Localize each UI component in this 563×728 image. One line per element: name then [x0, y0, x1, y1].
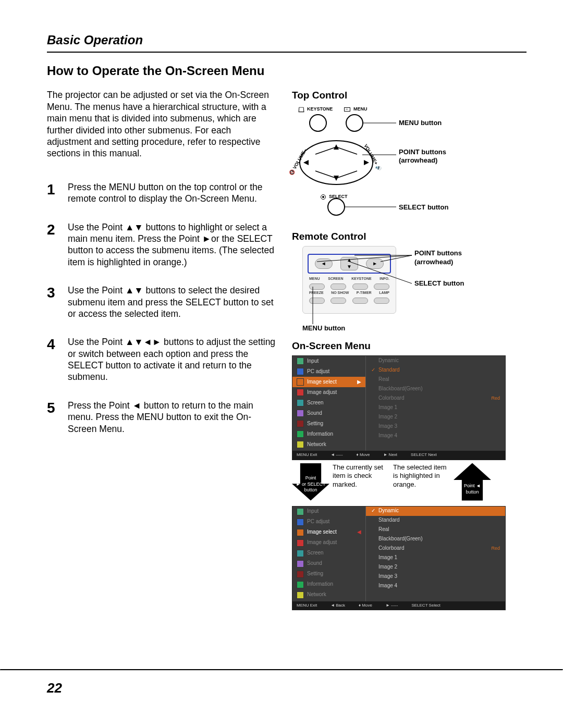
osm-right-item: Image 3 [366, 422, 505, 431]
osm-first: Input PC adjust Image select▶ Image adju… [292, 355, 506, 460]
remote-row-item: NO SHOW [331, 291, 349, 295]
screen-icon [297, 399, 304, 406]
osm-item-input: Input [292, 356, 365, 366]
svg-marker-4 [334, 176, 339, 181]
step-1: 1 Press the MENU button on the top contr… [47, 180, 276, 205]
svg-marker-5 [303, 160, 309, 165]
remote-left-button: ◄ [315, 258, 333, 269]
up-arrow-icon: Point ◄ button [454, 463, 491, 501]
select-button-label: SELECT button [399, 203, 448, 212]
page-title: How to Operate the On-Screen Menu [47, 63, 527, 79]
svg-point-1 [346, 115, 363, 131]
remote-title: Remote Control [292, 230, 521, 243]
image-select-icon [297, 529, 304, 536]
osm-second: Input PC adjust Image select◀ Image adju… [292, 506, 506, 610]
osm-item-input: Input [292, 507, 365, 517]
remote-row-item: FREEZE [309, 291, 324, 295]
osm-footer: MENU Exit ◄ Back ♦ Move ► ----- SELECT S… [292, 601, 505, 610]
osm-right-item: Real [366, 525, 505, 535]
remote-small-button [352, 298, 368, 304]
select-top-label: SELECT [329, 194, 348, 200]
step-body: Use the Point ▲▼ buttons to highlight or… [68, 220, 276, 268]
intro-paragraph: The projector can be adjusted or set via… [47, 89, 276, 159]
osm-item-imageadjust: Image adjust [292, 387, 365, 398]
remote-small-button [331, 283, 346, 290]
osm-item-pc: PC adjust [292, 517, 365, 527]
annotation-highlighted: The selected item is highlighted in oran… [393, 463, 450, 489]
annotation-checkmark: The currently set item is check marked. [333, 463, 390, 489]
osm-right-item: ColorboardRed [366, 393, 505, 403]
remote-row-item: SCREEN [328, 277, 343, 281]
input-icon [297, 357, 304, 365]
check-icon: ✓ [371, 367, 375, 374]
remote-row-item: LAMP [379, 291, 389, 295]
network-icon [297, 591, 304, 599]
footer-nav: ► Next [383, 452, 397, 458]
osm-right-item: ColorboardRed [366, 544, 505, 553]
bottom-divider [0, 669, 563, 671]
info-icon [297, 430, 304, 438]
sound-icon [297, 410, 304, 417]
footer-sel: SELECT Select [411, 603, 440, 608]
menu-button-label: MENU button [399, 119, 442, 128]
pc-icon [297, 519, 304, 526]
footer-exit: MENU Exit [297, 452, 317, 458]
annotation-row: Point ► or SELECT button The currently s… [292, 463, 521, 501]
image-adjust-icon [297, 539, 304, 547]
remote-diagram: ◄ ▲▼ ► MENU SCREEN KEYSTONE INFO. [292, 246, 521, 324]
keystone-label: KEYSTONE [307, 106, 333, 113]
top-control-title: Top Control [292, 89, 521, 102]
osm-item-screen: Screen [292, 398, 365, 408]
menu-top-label: MENU [353, 106, 368, 113]
remote-small-button [374, 298, 389, 304]
remote-row-item: INFO. [380, 277, 389, 281]
select-dot-icon [321, 194, 326, 200]
osm-right-item: Standard [366, 516, 505, 525]
osm-item-sound: Sound [292, 559, 365, 569]
top-control-diagram: KEYSTONE MENU SELECT 🔇 VOLUME– VOLUME+ 🔊… [292, 105, 521, 220]
osm-right-item: Image 2 [366, 412, 505, 422]
footer-nav: ♦ Move [359, 603, 372, 608]
remote-row-item: KEYSTONE [351, 277, 371, 281]
step-body: Press the Point ◄ button to return to th… [68, 399, 276, 435]
footer-nav: ◄ Back [331, 603, 345, 608]
footer-nav: ♦ Move [357, 452, 370, 458]
osm-right-item: Image 1 [366, 403, 505, 412]
remote-point-label: POINT buttons (arrowhead) [414, 249, 477, 266]
step-number: 4 [47, 335, 58, 383]
osm-right-item: Real [366, 375, 505, 384]
menu-icon [344, 107, 350, 112]
step-body: Use the Point ▲▼ buttons to select the d… [68, 283, 276, 319]
osm-item-sound: Sound [292, 408, 365, 418]
down-arrow-icon: Point ► or SELECT button [292, 463, 329, 501]
osm-right-item: Dynamic [366, 356, 505, 365]
step-number: 2 [47, 220, 58, 268]
step-2: 2 Use the Point ▲▼ buttons to highlight … [47, 220, 276, 268]
osm-right-item: Blackboard(Green) [366, 384, 505, 393]
step-5: 5 Press the Point ◄ button to return to … [47, 399, 276, 435]
setting-icon [297, 571, 304, 578]
footer-sel: SELECT Next [411, 452, 437, 458]
step-body: Use the Point ▲▼◄► buttons to adjust the… [68, 335, 276, 383]
osm-item-screen: Screen [292, 548, 365, 559]
keystone-icon [299, 107, 304, 112]
osm-right-item: ✓Standard [366, 365, 505, 375]
osm-right-item: Blackboard(Green) [366, 535, 505, 544]
step-number: 5 [47, 399, 58, 435]
step-4: 4 Use the Point ▲▼◄► buttons to adjust t… [47, 335, 276, 383]
footer-nav: ◄ ----- [331, 452, 342, 458]
section-title: Basic Operation [47, 32, 527, 48]
image-adjust-icon [297, 389, 304, 396]
osm-item-info: Information [292, 429, 365, 439]
remote-small-button [374, 283, 389, 290]
remote-row-item: MENU [309, 277, 320, 281]
osm-item-info: Information [292, 579, 365, 590]
osm-item-setting: Setting [292, 418, 365, 429]
check-icon: ✓ [371, 508, 375, 514]
chevron-left-icon: ◀ [357, 529, 361, 536]
screen-icon [297, 550, 304, 557]
osm-right-item: Image 1 [366, 553, 505, 563]
remote-small-button [309, 298, 325, 304]
step-number: 1 [47, 180, 58, 205]
osm-item-imageselect: Image select◀ [292, 527, 365, 538]
